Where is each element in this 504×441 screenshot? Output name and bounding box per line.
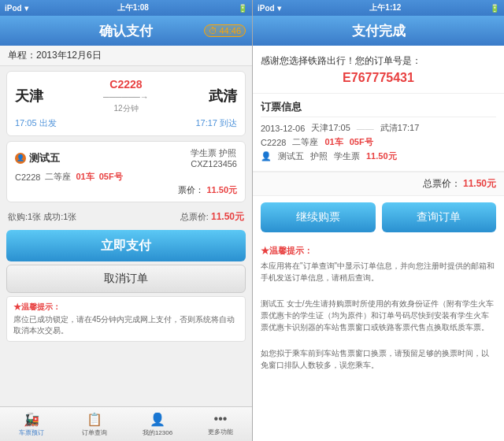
total-price-right: 11.50元 [463,178,496,189]
clock-icon: ⏱ [209,26,217,35]
nav-label-more: 更多功能 [208,428,233,436]
query-button[interactable]: 查询订单 [382,202,497,232]
ticket-type-info: 学生票 护照 CXZ123456 [191,147,237,169]
status-bar-left: iPod ▾ 上午1:08 🔋 [0,0,252,16]
nav-label-orders: 订单查询 [82,428,107,437]
status-bar-right: iPod ▾ 上午1:12 🔋 [253,0,504,16]
success-msg-box: 感谢您选择铁路出行！您的订单号是： E767775431 [253,46,504,94]
ticket-seat-no: 05F号 [350,136,373,148]
left-content: 单程：2013年12月6日 天津 C2228 ──────→ 12分钟 武清 1… [0,46,252,406]
warm-tips: ★温馨提示： 本应用将在"订单查询"中显示订单信息，并向您注册时提供的邮箱和手机… [253,239,504,377]
ticket-from: 天津17:05 [311,122,350,134]
wifi-icon-left: ▾ [24,4,28,13]
depart-time: 17:05 出发 [15,117,57,129]
status-right-right: 🔋 [490,4,499,13]
train-card: 天津 C2228 ──────→ 12分钟 武清 17:05 出发 17:17 … [6,71,246,136]
trip-date: 单程：2013年12月6日 [0,46,252,66]
from-city: 天津 [15,87,43,106]
header-right: 支付完成 [253,16,504,46]
carrier-right: iPod [258,4,275,13]
more-icon: ••• [214,412,228,426]
nav-label-ticket: 车票预订 [19,428,44,437]
passenger-price: 11.50元 [206,185,237,195]
car-no: 01车 [76,171,94,183]
route-divider: —— [357,124,374,133]
notice-box: ★温馨提示： 席位已成功锁定，请在45分钟内完成网上支付，否则系统将自动取消本次… [6,296,246,342]
status-right-left: 🔋 [238,4,247,13]
status-left-right: iPod ▾ [258,4,281,13]
right-content: 感谢您选择铁路出行！您的订单号是： E767775431 订票信息 2013-1… [253,46,504,441]
time-left: 上午1:08 [117,2,149,13]
notice-title: ★温馨提示： [13,302,239,313]
passenger-section: 👤 测试五 学生票 护照 CXZ123456 C2228 二等座 01车 05F… [6,141,246,202]
ticket-to: 武清17:17 [380,122,420,134]
header-left: 确认支付 ⏱ 44:46 [0,16,252,46]
warm-paragraph-3: 如您拟于乘车前到车站售票窗口换票，请预留足够的换票时间，以免窗口排队人数较多，误… [261,347,496,371]
continue-button[interactable]: 继续购票 [261,202,376,232]
orders-icon: 📋 [87,412,102,427]
warm-paragraph-2: 测试五 女士/先生请持购票时所使用的有效身份证件（附有学生火车票优惠卡的学生证（… [261,298,496,333]
passenger-row: 👤 测试五 学生票 护照 CXZ123456 [15,147,237,169]
battery-icon-left: 🔋 [238,4,247,13]
info-row-3: 👤 测试五 护照 学生票 11.50元 [261,150,496,162]
cancel-button[interactable]: 取消订单 [6,265,246,293]
ticket-info-section: 订票信息 2013-12-06 天津17:05 —— 武清17:17 C2228… [253,94,504,172]
ticket-price-right: 11.50元 [366,150,397,162]
passenger-icon-right: 👤 [261,151,272,161]
duration: 12分钟 [113,103,138,114]
ticket-train-no: C2228 [261,138,286,147]
passenger-name: 测试五 [29,151,191,165]
ticket-date: 2013-12-06 [261,124,305,133]
total-box-right: 总票价： 11.50元 [253,172,504,196]
train-route: 天津 C2228 ──────→ 12分钟 武清 [15,78,237,114]
right-phone: iPod ▾ 上午1:12 🔋 支付完成 感谢您选择铁路出行！您的订单号是： E… [252,0,504,441]
arrow-icon: ──────→ [103,92,149,102]
warm-paragraph-1: 本应用将在"订单查询"中显示订单信息，并向您注册时提供的邮箱和手机发送订单信息，… [261,260,496,284]
arrive-time: 17:17 到达 [195,117,237,129]
info-row-1: 2013-12-06 天津17:05 —— 武清17:17 [261,122,496,134]
seat-no: 05F号 [99,171,123,183]
header-title-left: 确认支付 [99,22,153,40]
notice-text: 席位已成功锁定，请在45分钟内完成网上支付，否则系统将自动取消本次交易。 [13,314,239,336]
wifi-icon-right: ▾ [277,4,281,13]
passenger-price-row: 票价： 11.50元 [15,184,237,196]
total-label-right: 总票价： [423,178,461,189]
info-row-2: C2228 二等座 01车 05F号 [261,136,496,148]
to-city: 武清 [209,87,237,106]
ticket-type-right: 学生票 [334,150,360,162]
timer-box: ⏱ 44:46 [204,24,246,37]
passenger-icon: 👤 [15,153,26,164]
id-type-right: 护照 [310,150,328,162]
nav-item-ticket[interactable]: 🚂 车票预订 [0,412,63,437]
nav-item-profile[interactable]: 👤 我的12306 [126,412,189,437]
nav-item-orders[interactable]: 📋 订单查询 [63,412,126,437]
total-price-left: 11.50元 [211,211,244,222]
nav-item-more[interactable]: ••• 更多功能 [189,412,252,436]
ticket-car-no: 01车 [324,136,343,148]
train-icon: 🚂 [24,412,39,427]
timer-value: 44:46 [219,26,241,35]
stats-row: 欲购:1张 成功:1张 总票价: 11.50元 [0,207,252,227]
train-no-box: C2228 ──────→ 12分钟 [48,78,204,114]
purchase-stats: 欲购:1张 成功:1张 [8,211,76,223]
profile-icon: 👤 [150,412,165,427]
section-title: 订票信息 [261,100,496,117]
action-buttons: 继续购票 查询订单 [253,196,504,239]
header-title-right: 支付完成 [352,22,406,40]
passenger-name-right: 测试五 [278,150,304,162]
warm-title: ★温馨提示： [261,245,496,257]
train-number: C2228 [109,78,142,91]
battery-icon-right: 🔋 [490,4,499,13]
carrier-left: iPod [5,4,22,13]
train-times: 17:05 出发 17:17 到达 [15,117,237,129]
ticket-seat-type: 二等座 [292,136,318,148]
pay-button[interactable]: 立即支付 [6,230,246,261]
success-text: 感谢您选择铁路出行！您的订单号是： [261,54,496,68]
nav-label-profile: 我的12306 [143,428,172,437]
left-phone: iPod ▾ 上午1:08 🔋 确认支付 ⏱ 44:46 单程：2013年12月… [0,0,252,441]
seat-row: C2228 二等座 01车 05F号 [15,171,237,183]
time-right: 上午1:12 [369,2,401,13]
total-label: 总票价: 11.50元 [180,210,244,224]
bottom-nav-left: 🚂 车票预订 📋 订单查询 👤 我的12306 ••• 更多功能 [0,406,252,441]
order-number: E767775431 [261,68,496,88]
